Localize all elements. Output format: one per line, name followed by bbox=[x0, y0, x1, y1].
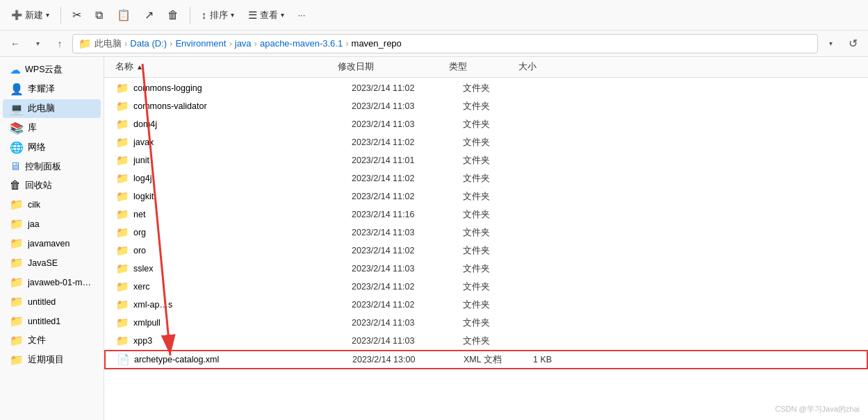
file-type: 文件夹 bbox=[463, 227, 532, 239]
file-name: archetype-catalog.xml bbox=[134, 355, 352, 364]
projects-icon: 📁 bbox=[10, 353, 24, 367]
file-type: 文件夹 bbox=[463, 299, 532, 311]
folder-icon: 📁 bbox=[116, 299, 129, 311]
file-date: 2023/2/14 11:02 bbox=[352, 282, 463, 292]
file-type: 文件夹 bbox=[463, 173, 532, 185]
javaweb-icon: 📁 bbox=[10, 276, 24, 289]
folder-icon: 📁 bbox=[116, 154, 129, 167]
sidebar-item-javase[interactable]: 📁 JavaSE bbox=[3, 253, 101, 272]
sidebar-item-control[interactable]: 🖥 控制面板 bbox=[3, 158, 101, 176]
sidebar-label-pc: 此电脑 bbox=[28, 103, 55, 115]
paste-button[interactable]: 📋 bbox=[111, 5, 136, 25]
folder-icon: 📁 bbox=[116, 317, 129, 329]
table-row[interactable]: 📁sslex2023/2/14 11:03文件夹 bbox=[104, 260, 868, 278]
col-header-name[interactable]: 名称 ▲ bbox=[115, 61, 338, 73]
table-row[interactable]: 📁xerc2023/2/14 11:02文件夹 bbox=[104, 278, 868, 296]
toolbar: ➕ 新建 ▾ ✂ ⧉ 📋 ↗ 🗑 ↕ 排序 ▾ ☰ 查看 ▾ bbox=[0, 0, 868, 31]
file-date: 2023/2/14 11:03 bbox=[352, 228, 463, 237]
table-row[interactable]: 📁xpp32023/2/14 11:03文件夹 bbox=[104, 332, 868, 350]
sidebar-label-files: 文件 bbox=[28, 335, 46, 346]
sort-icon: ↕ bbox=[202, 9, 207, 21]
cut-button[interactable]: ✂ bbox=[67, 5, 87, 25]
file-type: 文件夹 bbox=[463, 191, 532, 203]
file-type: 文件夹 bbox=[463, 83, 532, 94]
sidebar-item-cilk[interactable]: 📁 cilk bbox=[3, 195, 101, 214]
sidebar-item-recycle[interactable]: 🗑 回收站 bbox=[3, 176, 101, 194]
col-header-size[interactable]: 大小 bbox=[518, 61, 574, 73]
file-name: commons-validator bbox=[133, 101, 352, 111]
sort-label: 排序 bbox=[210, 9, 228, 22]
file-type: XML 文档 bbox=[464, 354, 533, 366]
main-layout: ☁ WPS云盘 👤 李耀泽 💻 此电脑 📚 库 🌐 网络 🖥 控制面板 bbox=[0, 57, 868, 420]
table-row[interactable]: 📁junit2023/2/14 11:01文件夹 bbox=[104, 151, 868, 169]
sidebar-item-wps[interactable]: ☁ WPS云盘 bbox=[3, 60, 101, 79]
sidebar-item-files[interactable]: 📁 文件 bbox=[3, 331, 101, 350]
file-name: logkit bbox=[133, 192, 352, 201]
col-type-label: 类型 bbox=[449, 62, 467, 72]
table-row[interactable]: 📁net2023/2/14 11:16文件夹 bbox=[104, 205, 868, 224]
jaa-icon: 📁 bbox=[10, 217, 24, 230]
file-name: xml-ap…s bbox=[133, 300, 352, 310]
sort-button[interactable]: ↕ 排序 ▾ bbox=[196, 6, 240, 25]
folder-icon: 📁 bbox=[116, 190, 129, 203]
sidebar-item-untitled[interactable]: 📁 untitled bbox=[3, 292, 101, 311]
divider-1 bbox=[60, 7, 61, 24]
new-label: 新建 bbox=[25, 9, 43, 22]
address-part-maven: apache-maven-3.6.1 bbox=[260, 38, 343, 49]
forward-dropdown-button[interactable]: ▾ bbox=[28, 34, 47, 53]
view-button[interactable]: ☰ 查看 ▾ bbox=[243, 6, 290, 25]
sidebar-item-projects[interactable]: 📁 近期项目 bbox=[3, 351, 101, 369]
table-row[interactable]: 📁commons-validator2023/2/14 11:03文件夹 bbox=[104, 97, 868, 115]
view-dropdown-icon: ▾ bbox=[281, 11, 284, 19]
table-row[interactable]: 📁commons-logging2023/2/14 11:02文件夹 bbox=[104, 79, 868, 97]
sidebar-item-jaa[interactable]: 📁 jaa bbox=[3, 215, 101, 233]
divider-2 bbox=[190, 7, 190, 24]
sidebar-item-untitled1[interactable]: 📁 untitled1 bbox=[3, 312, 101, 330]
table-row[interactable]: 📁logkit2023/2/14 11:02文件夹 bbox=[104, 187, 868, 205]
file-name: xpp3 bbox=[133, 336, 352, 346]
col-name-label: 名称 bbox=[115, 61, 133, 73]
more-button[interactable]: ··· bbox=[293, 6, 311, 24]
file-type: 文件夹 bbox=[463, 335, 532, 347]
col-header-date[interactable]: 修改日期 bbox=[338, 61, 449, 73]
refresh-button[interactable]: ↺ bbox=[843, 34, 862, 53]
table-row[interactable]: 📄archetype-catalog.xml2023/2/14 13:00XML… bbox=[104, 350, 868, 369]
share-icon: ↗ bbox=[145, 8, 154, 22]
table-row[interactable]: 📁dom4j2023/2/14 11:03文件夹 bbox=[104, 115, 868, 133]
col-size-label: 大小 bbox=[518, 62, 537, 72]
table-row[interactable]: 📁oro2023/2/14 11:02文件夹 bbox=[104, 242, 868, 260]
sidebar-item-javamaven[interactable]: 📁 javamaven bbox=[3, 234, 101, 253]
address-bar[interactable]: 📁 此电脑 › Data (D:) › Environment › java ›… bbox=[72, 34, 818, 53]
table-row[interactable]: 📁javax2023/2/14 11:02文件夹 bbox=[104, 133, 868, 151]
untitled-icon: 📁 bbox=[10, 295, 24, 308]
sidebar-item-pc[interactable]: 💻 此电脑 bbox=[3, 99, 101, 118]
sidebar-item-javaweb[interactable]: 📁 javaweb-01-m… bbox=[3, 273, 101, 292]
table-row[interactable]: 📁org2023/2/14 11:03文件夹 bbox=[104, 224, 868, 242]
sidebar-item-user[interactable]: 👤 李耀泽 bbox=[3, 80, 101, 99]
file-name: commons-logging bbox=[133, 83, 352, 93]
col-header-type[interactable]: 类型 bbox=[449, 61, 518, 73]
delete-button[interactable]: 🗑 bbox=[162, 6, 184, 25]
sidebar-label-untitled1: untitled1 bbox=[28, 317, 60, 326]
table-row[interactable]: 📁xmlpull2023/2/14 11:03文件夹 bbox=[104, 314, 868, 332]
folder-icon: 📁 bbox=[116, 118, 129, 131]
table-row[interactable]: 📁log4j2023/2/14 11:02文件夹 bbox=[104, 169, 868, 187]
sidebar-label-untitled: untitled bbox=[28, 297, 56, 307]
sidebar-item-network[interactable]: 🌐 网络 bbox=[3, 138, 101, 157]
copy-button[interactable]: ⧉ bbox=[90, 6, 108, 25]
table-row[interactable]: 📁xml-ap…s2023/2/14 11:02文件夹 bbox=[104, 296, 868, 314]
share-button[interactable]: ↗ bbox=[139, 5, 159, 25]
back-button[interactable]: ← bbox=[6, 34, 25, 53]
new-button[interactable]: ➕ 新建 ▾ bbox=[6, 6, 55, 25]
more-icon: ··· bbox=[298, 10, 306, 20]
file-date: 2023/2/14 11:01 bbox=[352, 156, 463, 165]
file-date: 2023/2/14 11:02 bbox=[352, 174, 463, 183]
sidebar-item-library[interactable]: 📚 库 bbox=[3, 119, 101, 137]
file-date: 2023/2/14 11:03 bbox=[352, 119, 463, 129]
address-dropdown-icon: ▾ bbox=[829, 40, 833, 47]
up-button[interactable]: ↑ bbox=[50, 34, 69, 53]
address-dropdown-button[interactable]: ▾ bbox=[821, 34, 840, 53]
sidebar-label-jaa: jaa bbox=[28, 219, 40, 229]
cut-icon: ✂ bbox=[72, 8, 81, 22]
sidebar-label-control: 控制面板 bbox=[25, 161, 61, 173]
